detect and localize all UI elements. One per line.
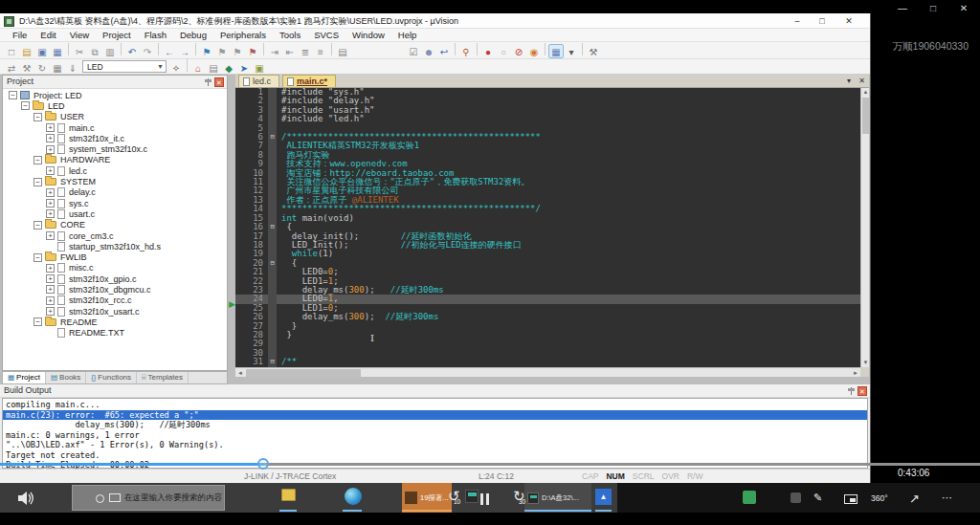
undo-icon[interactable]: ↶	[124, 45, 140, 59]
player-maximize-button[interactable]: □	[924, 3, 942, 13]
file-extensions-icon[interactable]: ▤	[206, 62, 221, 75]
tray-icon-green[interactable]	[743, 491, 756, 504]
keil-window-button[interactable]: D:\A盘32\...	[524, 483, 591, 513]
expand-icon[interactable]: +	[46, 166, 55, 175]
collapse-icon[interactable]: −	[33, 253, 42, 262]
menu-window[interactable]: Window	[345, 30, 391, 40]
fold-collapse-icon[interactable]: ⊟	[268, 358, 277, 366]
collapse-icon[interactable]: −	[33, 317, 42, 326]
paste-icon[interactable]: ▥	[102, 45, 118, 59]
menu-svcs[interactable]: SVCS	[307, 30, 345, 40]
copy-icon[interactable]: ⧉	[87, 45, 102, 59]
fullscreen-icon[interactable]: ↗	[909, 492, 920, 506]
memory-window-icon[interactable]: ▦	[548, 44, 564, 58]
build-icon[interactable]: ⚒	[19, 62, 34, 75]
editor-vertical-scrollbar[interactable]: ▲ ▼	[860, 88, 869, 367]
target-select[interactable]: LED ▼	[82, 60, 167, 73]
tree-item-startup-stm32f10x-hd-s[interactable]: startup_stm32f10x_hd.s	[3, 241, 227, 252]
collapse-icon[interactable]: −	[9, 91, 17, 99]
clear-bookmarks-icon[interactable]: ⚑	[245, 45, 260, 59]
collapse-icon[interactable]: −	[21, 101, 30, 110]
workspace-icon[interactable]: ▣	[252, 62, 267, 75]
code-area[interactable]: 1#include "sys.h"2#include "delay.h"3#in…	[235, 88, 860, 367]
code-line-31[interactable]: 31⊟/**	[235, 358, 860, 366]
next-bookmark-icon[interactable]: ⚑	[230, 45, 245, 59]
expand-icon[interactable]: +	[46, 274, 55, 283]
expand-icon[interactable]: +	[46, 188, 55, 197]
edit-pencil-icon[interactable]: ✎	[813, 492, 822, 504]
debug-session-icon[interactable]: ☻	[421, 45, 436, 59]
player-minimize-button[interactable]: —	[894, 3, 911, 13]
title-bar[interactable]: D:\A盘32\精英板 资料盘(A盘)\4、程序源码\2、标准例程-库函数版本\…	[0, 13, 870, 29]
tree-item-readme-txt[interactable]: README.TXT	[3, 328, 227, 339]
window-maximize-button[interactable]: □	[813, 15, 832, 27]
scroll-right-icon[interactable]: ►	[851, 368, 860, 378]
books-manage-icon[interactable]: ◆	[221, 62, 236, 75]
rewind-10-button[interactable]: ↺10	[448, 488, 460, 505]
player-close-button[interactable]: ✕	[955, 3, 972, 13]
tree-item-system[interactable]: −SYSTEM	[3, 176, 227, 186]
fold-collapse-icon[interactable]: ⊟	[268, 133, 277, 142]
build-output-line[interactable]: Target not created.	[3, 450, 867, 461]
pip-icon[interactable]	[844, 494, 858, 504]
horizontal-scroll-thumb[interactable]	[246, 369, 361, 377]
collapse-icon[interactable]: −	[33, 156, 42, 164]
build-output-line[interactable]: compiling main.c...	[3, 400, 867, 410]
comment-icon[interactable]: ≣	[298, 45, 313, 59]
tree-item-led-c[interactable]: +led.c	[3, 165, 227, 176]
fold-collapse-icon[interactable]: ⊟	[268, 223, 277, 231]
breakpoint-icon[interactable]: ●	[480, 45, 496, 59]
build-output-line[interactable]: delay_ms(300); //延时300ms	[3, 420, 867, 430]
expand-icon[interactable]: +	[46, 209, 55, 218]
cut-icon[interactable]: ✂	[72, 45, 87, 59]
expand-icon[interactable]: +	[46, 123, 55, 132]
toggle-breakpoint-icon[interactable]: ○	[496, 45, 511, 59]
tree-item-stm32f10x-gpio-c[interactable]: +stm32f10x_gpio.c	[3, 273, 227, 284]
code-line-29[interactable]: 29	[235, 339, 860, 348]
open-file-icon[interactable]: ▤	[19, 45, 34, 59]
tree-item-fwlib[interactable]: −FWLIB	[3, 252, 227, 262]
editor-tab-led.c[interactable]: led.c	[238, 75, 279, 87]
window-close-button[interactable]: ✕	[839, 15, 858, 27]
menu-peripherals[interactable]: Peripherals	[213, 30, 273, 40]
prev-bookmark-icon[interactable]: ⚑	[214, 45, 230, 59]
batch-build-icon[interactable]: ▦	[50, 62, 65, 75]
editor-tab-close-icon[interactable]: ✕	[858, 77, 865, 85]
tree-item-sys-c[interactable]: +sys.c	[3, 198, 227, 208]
code-line-30[interactable]: 30	[235, 349, 860, 358]
unindent-icon[interactable]: ⇤	[282, 45, 298, 59]
collapse-icon[interactable]: −	[33, 178, 42, 186]
build-output-content[interactable]: compiling main.c...main.c(23): error: #6…	[2, 398, 868, 469]
tab-templates[interactable]: ⌸Templates	[137, 372, 189, 383]
tree-item-stm32f10x-dbgmcu-c[interactable]: +stm32f10x_dbgmcu.c	[3, 284, 227, 295]
find-in-files-icon[interactable]: ⚲	[458, 45, 474, 59]
code-line-19[interactable]: 19 while(1)	[235, 250, 860, 258]
pin-icon[interactable]	[848, 387, 855, 395]
forward-30-button[interactable]: ↻30	[513, 488, 525, 505]
insert-bookmark-icon[interactable]: ⚑	[199, 45, 214, 59]
edge-browser-icon[interactable]	[345, 488, 362, 505]
redo-icon[interactable]: ↷	[140, 45, 155, 59]
tree-item-stm32f10x-it-c[interactable]: +stm32f10x_it.c	[3, 133, 227, 143]
code-line-4[interactable]: 4#include "led.h"	[235, 115, 860, 123]
pause-button[interactable]	[480, 492, 492, 503]
expand-icon[interactable]: +	[46, 231, 55, 240]
kill-breakpoints-icon[interactable]: ◉	[526, 45, 542, 59]
keil-app-icon[interactable]	[465, 490, 479, 503]
collapse-icon[interactable]: −	[33, 221, 42, 230]
rotate-360-button[interactable]: 360°	[871, 493, 888, 503]
expand-icon[interactable]: +	[46, 296, 55, 305]
configure-tools-icon[interactable]: ⚒	[586, 45, 601, 59]
expand-icon[interactable]: +	[46, 145, 55, 154]
code-line-26[interactable]: 26 delay_ms(300); //延时300ms	[235, 313, 860, 321]
tab-functions[interactable]: {}Functions	[86, 372, 137, 383]
tree-item-misc-c[interactable]: +misc.c	[3, 263, 227, 273]
menu-project[interactable]: Project	[96, 30, 138, 40]
translate-file-icon[interactable]: ⇄	[4, 62, 19, 75]
expand-icon[interactable]: +	[46, 307, 55, 316]
tree-item-core[interactable]: −CORE	[3, 220, 227, 230]
editor-tab-dropdown-icon[interactable]: ▾	[847, 77, 851, 85]
disable-breakpoints-icon[interactable]: ⊘	[511, 45, 526, 59]
code-line-15[interactable]: 15int main(void)	[235, 214, 860, 223]
tray-icon[interactable]	[791, 492, 801, 503]
